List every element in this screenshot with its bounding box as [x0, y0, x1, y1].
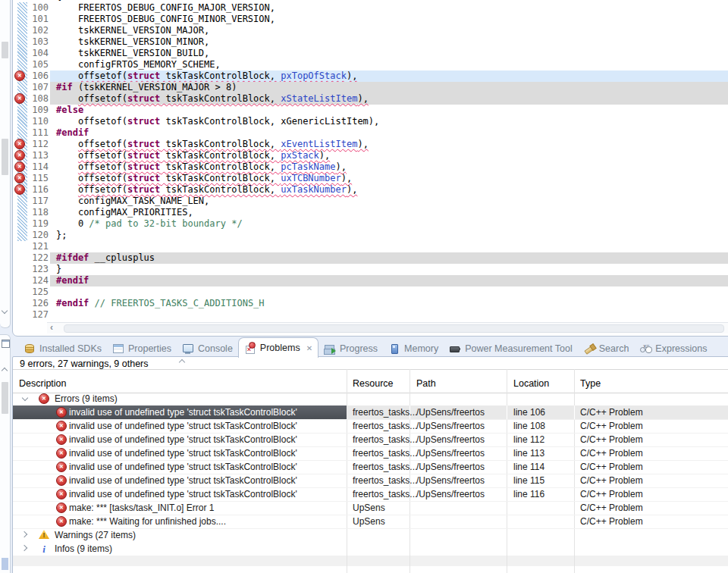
problem-location: line 113 — [513, 448, 544, 459]
problems-group-row-warnings[interactable]: !Warnings (27 items) — [13, 528, 728, 542]
code-text: #endif // FREERTOS_TASKS_C_ADDITIONS_H — [56, 298, 265, 309]
error-marker-icon[interactable] — [14, 161, 25, 172]
group-label: Infos (9 items) — [55, 543, 112, 554]
code-text: FREERTOS_DEBUG_CONFIG_MINOR_VERSION, — [56, 14, 275, 25]
code-line[interactable]: offsetof(struct tskTaskControlBlock, pcT… — [50, 161, 728, 173]
code-text: configMAX_PRIORITIES, — [56, 207, 193, 218]
problems-row[interactable]: make: *** Waiting for unfinished jobs...… — [13, 515, 728, 529]
tab-progress[interactable]: Progress — [318, 340, 383, 358]
scroll-down-chevron-icon[interactable] — [2, 308, 8, 315]
expand-chevron-icon[interactable] — [22, 545, 29, 552]
tab-console[interactable]: Console — [177, 340, 238, 358]
code-line[interactable]: tskKERNEL_VERSION_MAJOR, — [50, 25, 728, 36]
line-number: 113 — [28, 150, 49, 161]
problems-row[interactable]: invalid use of undefined type 'struct ts… — [13, 419, 728, 434]
error-marker-icon[interactable] — [14, 173, 25, 183]
problem-resource: UpSens — [353, 503, 385, 513]
code-line[interactable]: 0 /* pad to 32-bit boundary */ — [50, 218, 728, 230]
code-line[interactable]: configMAX_PRIORITIES, — [50, 207, 728, 218]
error-marker-icon[interactable] — [14, 139, 25, 149]
editor-content[interactable]: 99{100 FREERTOS_DEBUG_CONFIG_MAJOR_VERSI… — [13, 0, 728, 336]
code-line[interactable]: offsetof(struct tskTaskControlBlock, xSt… — [50, 93, 728, 105]
bottom-view-tabbar: Installed SDKsPropertiesConsoleProblemsP… — [12, 338, 728, 358]
code-line[interactable]: tskKERNEL_VERSION_MINOR, — [50, 36, 728, 48]
problems-row[interactable]: invalid use of undefined type 'struct ts… — [13, 460, 728, 474]
tab-power[interactable]: Power Measurement Tool — [444, 340, 578, 358]
tab-expressions[interactable]: Expressions — [634, 340, 712, 358]
error-marker-icon[interactable] — [14, 70, 25, 81]
code-line[interactable]: FREERTOS_DEBUG_CONFIG_MAJOR_VERSION, — [50, 2, 728, 14]
problem-description: invalid use of undefined type 'struct ts… — [69, 462, 342, 472]
scrollbar-thumb[interactable] — [2, 139, 8, 175]
code-line[interactable]: #endif — [50, 275, 728, 286]
line-number: 115 — [28, 173, 49, 184]
problem-type: C/C++ Problem — [580, 516, 643, 527]
code-line[interactable]: offsetof(struct tskTaskControlBlock, xEv… — [50, 139, 728, 150]
error-icon — [56, 475, 67, 486]
code-line[interactable] — [50, 309, 728, 321]
problems-row[interactable]: make: *** [tasks/task_INIT.o] Error 1UpS… — [13, 501, 728, 515]
code-line[interactable] — [50, 241, 728, 252]
problem-description: invalid use of undefined type 'struct ts… — [69, 475, 342, 486]
code-line[interactable]: #else — [50, 105, 728, 116]
warning-icon: ! — [39, 530, 49, 539]
code-editor-panel[interactable]: 99{100 FREERTOS_DEBUG_CONFIG_MAJOR_VERSI… — [12, 0, 728, 337]
problem-description: invalid use of undefined type 'struct ts… — [69, 489, 342, 499]
code-line[interactable]: offsetof(struct tskTaskControlBlock, uxT… — [50, 173, 728, 184]
tab-label: Problems — [260, 343, 300, 353]
code-line[interactable]: configFRTOS_MEMORY_SCHEME, — [50, 59, 728, 70]
tab-properties[interactable]: Properties — [107, 340, 177, 358]
problems-row[interactable]: invalid use of undefined type 'struct ts… — [13, 405, 728, 420]
code-line[interactable]: tskKERNEL_VERSION_BUILD, — [50, 48, 728, 59]
scrollbar-thumb[interactable] — [2, 382, 8, 414]
scroll-left-arrow-icon[interactable]: ‹ — [50, 322, 53, 333]
code-line[interactable]: }; — [50, 230, 728, 241]
code-text: tskKERNEL_VERSION_BUILD, — [56, 48, 209, 59]
expand-chevron-icon[interactable] — [22, 531, 29, 538]
problems-row[interactable]: invalid use of undefined type 'struct ts… — [13, 487, 728, 502]
problems-row[interactable]: invalid use of undefined type 'struct ts… — [13, 433, 728, 447]
editor-horizontal-scrollbar[interactable]: ‹ — [47, 322, 728, 333]
problems-row[interactable]: invalid use of undefined type 'struct ts… — [13, 446, 728, 461]
code-line[interactable]: #ifdef __cplusplus — [50, 252, 728, 264]
error-marker-icon[interactable] — [14, 93, 25, 104]
code-text: tskKERNEL_VERSION_MAJOR, — [56, 25, 209, 36]
collapse-chevron-icon[interactable] — [22, 395, 29, 402]
line-number: 120 — [28, 230, 49, 241]
problems-group-row-infos[interactable]: Infos (9 items) — [13, 542, 728, 556]
tab-problems[interactable]: Problems — [238, 337, 318, 358]
left-collapsed-view-scrollbar[interactable] — [0, 0, 11, 328]
tab-search[interactable]: Search — [578, 340, 635, 358]
code-line[interactable]: configMAX_TASK_NAME_LEN, — [50, 196, 728, 207]
code-line[interactable]: offsetof(struct tskTaskControlBlock, xGe… — [50, 116, 728, 127]
code-line[interactable]: #endif // FREERTOS_TASKS_C_ADDITIONS_H — [50, 298, 728, 309]
tab-installed-sdks[interactable]: Installed SDKs — [18, 340, 107, 358]
problems-group-row-errors[interactable]: Errors (9 items) — [13, 392, 728, 405]
minimized-view-icon[interactable] — [2, 340, 10, 348]
problem-path: /UpSens/freertos — [416, 434, 485, 445]
line-number: 122 — [28, 252, 49, 264]
expressions-icon — [639, 343, 651, 355]
code-line[interactable]: offsetof(struct tskTaskControlBlock, pxS… — [50, 150, 728, 161]
left-collapsed-panel-scrollbar[interactable] — [0, 334, 11, 573]
code-line[interactable]: #if (tskKERNEL_VERSION_MAJOR > 8) — [50, 82, 728, 93]
code-line[interactable]: FREERTOS_DEBUG_CONFIG_MINOR_VERSION, — [50, 14, 728, 25]
error-marker-icon[interactable] — [14, 184, 25, 195]
problem-type: C/C++ Problem — [580, 489, 643, 499]
code-line[interactable]: offsetof(struct tskTaskControlBlock, pxT… — [50, 70, 728, 82]
code-line[interactable]: } — [50, 264, 728, 275]
error-marker-icon[interactable] — [14, 150, 25, 161]
problems-row[interactable]: invalid use of undefined type 'struct ts… — [13, 474, 728, 488]
line-number: 111 — [28, 127, 49, 139]
code-line[interactable] — [50, 286, 728, 298]
hscrollbar-thumb[interactable] — [64, 324, 724, 333]
close-icon[interactable] — [306, 344, 312, 352]
scroll-up-chevron-icon[interactable] — [2, 365, 8, 372]
tab-memory[interactable]: Memory — [383, 340, 444, 358]
code-line[interactable]: #endif — [50, 127, 728, 139]
line-number: 121 — [28, 241, 49, 252]
scrollbar-thumb[interactable] — [2, 42, 8, 58]
problem-type: C/C++ Problem — [580, 462, 643, 472]
code-text: configMAX_TASK_NAME_LEN, — [56, 196, 209, 207]
code-line[interactable]: offsetof(struct tskTaskControlBlock, uxT… — [50, 184, 728, 196]
